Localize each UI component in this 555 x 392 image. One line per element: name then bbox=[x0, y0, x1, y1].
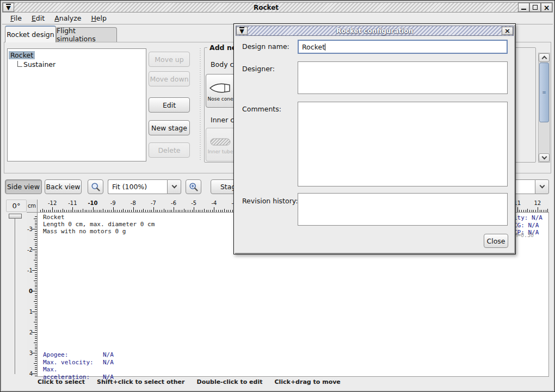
menu-edit[interactable]: Edit bbox=[28, 13, 48, 23]
status-hints: Click to select Shift+click to select ot… bbox=[38, 378, 341, 385]
zoom-level-value: Fit (100%) bbox=[108, 179, 167, 194]
rocket-configuration-dialog: ▼ Rocket configuration × Design name: Ro… bbox=[233, 23, 516, 254]
main-window: ▼ Rocket × File Edit Analyze Help Rocket… bbox=[0, 0, 555, 392]
maximize-icon bbox=[533, 5, 538, 10]
chevron-down-icon bbox=[171, 183, 177, 189]
move-up-button[interactable]: Move up bbox=[149, 52, 190, 67]
tab-rocket-design[interactable]: Rocket design bbox=[5, 26, 56, 42]
ruler-unit-label: cm bbox=[27, 200, 38, 213]
side-view-button[interactable]: Side view bbox=[5, 179, 42, 194]
design-name-input[interactable]: Rocket bbox=[298, 40, 508, 54]
minimize-icon bbox=[521, 9, 526, 10]
designer-textarea[interactable] bbox=[298, 61, 508, 94]
edit-button[interactable]: Edit bbox=[149, 97, 190, 113]
comments-textarea[interactable] bbox=[298, 102, 508, 186]
rotation-slider-handle[interactable] bbox=[9, 214, 22, 219]
move-down-button[interactable]: Move down bbox=[149, 71, 190, 86]
dialog-titlebar[interactable]: ▼ Rocket configuration × bbox=[236, 26, 514, 36]
magnifier-icon bbox=[91, 182, 101, 192]
scroll-up-button[interactable] bbox=[539, 53, 550, 62]
main-titlebar[interactable]: ▼ Rocket × bbox=[2, 2, 553, 13]
vertical-splitter[interactable] bbox=[198, 48, 202, 161]
inner-tube-button[interactable]: Inner tube bbox=[206, 128, 235, 161]
menu-file[interactable]: File bbox=[7, 13, 26, 23]
zoom-out-button[interactable] bbox=[88, 179, 103, 194]
rotation-angle-label: 0° bbox=[6, 200, 27, 212]
window-menu-icon[interactable]: ▼ bbox=[3, 3, 14, 12]
combobox-arrow[interactable] bbox=[167, 179, 181, 194]
back-view-button[interactable]: Back view bbox=[45, 179, 82, 194]
delete-button[interactable]: Delete bbox=[149, 142, 190, 158]
dialog-menu-icon[interactable]: ▼ bbox=[236, 27, 248, 35]
close-button[interactable]: × bbox=[541, 3, 552, 12]
flight-stats: Apogee:N/A Max. velocity:N/A Max. accele… bbox=[43, 351, 114, 381]
dialog-title: Rocket configuration bbox=[248, 27, 502, 35]
rotation-slider-track[interactable] bbox=[15, 217, 16, 374]
menu-help[interactable]: Help bbox=[87, 13, 110, 23]
scrollbar-thumb[interactable]: ≡ bbox=[539, 63, 549, 122]
chevron-up-icon bbox=[541, 56, 547, 61]
menu-analyze[interactable]: Analyze bbox=[51, 13, 85, 23]
scroll-down-button[interactable] bbox=[539, 153, 550, 162]
minimize-button[interactable] bbox=[518, 3, 529, 12]
maximize-button[interactable] bbox=[529, 3, 541, 12]
vertical-ruler: -3-2-101234 bbox=[27, 213, 38, 377]
tree-item-rocket[interactable]: Rocket bbox=[9, 51, 145, 60]
menubar: File Edit Analyze Help bbox=[2, 13, 553, 24]
text-caret bbox=[325, 43, 325, 51]
chevron-down-icon bbox=[541, 154, 547, 159]
zoom-level-combobox[interactable]: Fit (100%) bbox=[108, 179, 181, 194]
new-stage-button[interactable]: New stage bbox=[149, 120, 190, 135]
dialog-close-icon[interactable]: × bbox=[502, 27, 513, 35]
close-dialog-button[interactable]: Close bbox=[484, 234, 508, 248]
designer-label: Designer: bbox=[242, 65, 275, 73]
comments-label: Comments: bbox=[242, 105, 281, 113]
tab-flight-simulations[interactable]: Flight simulations bbox=[56, 27, 117, 42]
combobox-arrow[interactable] bbox=[535, 179, 549, 194]
revision-history-label: Revision history: bbox=[242, 197, 298, 205]
tree-connector bbox=[17, 61, 22, 67]
design-name-label: Design name: bbox=[242, 42, 289, 51]
nose-cone-icon bbox=[209, 82, 232, 94]
revision-history-textarea[interactable] bbox=[298, 193, 508, 226]
tree-item-sustainer[interactable]: Sustainer bbox=[9, 60, 145, 69]
inner-component-label: Inner com bbox=[211, 116, 232, 124]
nose-cone-button[interactable]: Nose cone bbox=[206, 74, 235, 108]
chevron-down-icon bbox=[539, 183, 545, 189]
inner-tube-icon bbox=[209, 137, 232, 147]
component-tree: Rocket Sustainer bbox=[7, 48, 146, 161]
magnifier-plus-icon bbox=[189, 182, 199, 192]
zoom-in-button[interactable] bbox=[186, 179, 201, 194]
mach-value: M=0.30 bbox=[514, 232, 534, 238]
window-title: Rocket bbox=[14, 4, 518, 11]
body-components-label: Body com bbox=[211, 60, 232, 69]
rocket-info-text: Rocket Length 0 cm, max. diameter 0 cm M… bbox=[43, 214, 155, 235]
